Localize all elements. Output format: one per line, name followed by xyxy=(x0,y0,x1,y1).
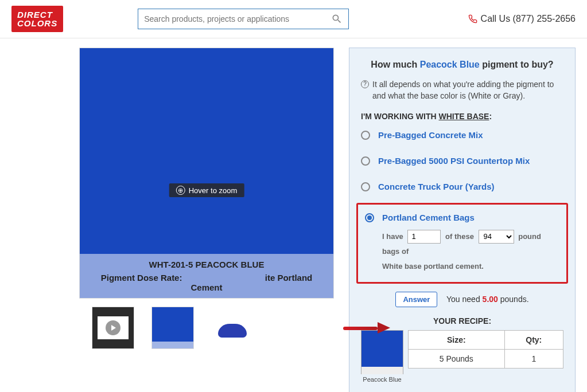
play-icon xyxy=(106,320,120,335)
hover-zoom-tooltip: ⊕ Hover to zoom xyxy=(169,183,244,197)
td-size: 5 Pounds xyxy=(409,350,505,369)
product-gallery: WHT-201-5 PEACOCK BLUE Pigment Dose Rate… xyxy=(11,48,334,392)
search-input[interactable] xyxy=(144,14,331,23)
arrow-icon xyxy=(343,322,390,334)
product-image[interactable]: WHT-201-5 PEACOCK BLUE Pigment Dose Rate… xyxy=(79,48,334,299)
option-label: Portland Cement Bags xyxy=(382,213,475,222)
th-qty: Qty: xyxy=(504,331,563,350)
option-portland-highlighted: Portland Cement Bags I have of these 94 … xyxy=(356,203,568,284)
q-prefix: How much xyxy=(371,60,419,69)
working-prefix: I'M WORKING WITH xyxy=(361,112,439,121)
working-with: I'M WORKING WITH WHITE BASE: xyxy=(361,112,563,121)
hover-zoom-label: Hover to zoom xyxy=(189,186,238,195)
answer-button[interactable]: Answer xyxy=(395,292,437,307)
q-color: Peacock Blue xyxy=(420,60,480,69)
bag-weight-select[interactable]: 94 xyxy=(479,230,514,244)
answer-unit: pounds. xyxy=(498,295,529,304)
thumbnail-swatch[interactable] xyxy=(151,307,194,349)
option-truck-pour[interactable]: Concrete Truck Pour (Yards) xyxy=(361,182,563,191)
working-base: WHITE BASE xyxy=(439,112,489,121)
search-icon[interactable] xyxy=(331,13,343,25)
bag-count-input[interactable] xyxy=(407,230,441,244)
search-box[interactable] xyxy=(138,9,349,29)
radio-icon xyxy=(361,131,370,140)
recipe-swatch-name: Peacock Blue xyxy=(361,376,403,383)
calculator-panel: How much Peacock Blue pigment to buy? ? … xyxy=(349,48,576,392)
q-suffix: pigment to buy? xyxy=(480,60,554,69)
thumbnails xyxy=(11,307,334,349)
td-qty: 1 xyxy=(504,350,563,369)
logo-line1: DIRECT xyxy=(17,10,57,19)
answer-row: Answer You need 5.00 pounds. xyxy=(361,292,563,307)
info-text: It all depends on what you're adding the… xyxy=(372,79,563,101)
option-prebagged-concrete[interactable]: Pre-Bagged Concrete Mix xyxy=(361,130,563,140)
main: WHT-201-5 PEACOCK BLUE Pigment Dose Rate… xyxy=(0,38,587,392)
option-label: Concrete Truck Pour (Yards) xyxy=(378,182,495,191)
th-size: Size: xyxy=(409,331,505,350)
recipe-row: Peacock Blue Size:Qty: 5 Pounds1 xyxy=(361,330,563,383)
recipe-swatch-container: Peacock Blue xyxy=(361,330,403,383)
recipe-title: YOUR RECIPE: xyxy=(361,316,563,326)
panel-question: How much Peacock Blue pigment to buy? xyxy=(361,60,563,70)
radio-icon xyxy=(361,156,370,166)
recipe-table: Size:Qty: 5 Pounds1 xyxy=(408,330,563,369)
option-countertop-mix[interactable]: Pre-Bagged 5000 PSI Countertop Mix xyxy=(361,156,563,166)
header: DIRECT COLORS Call Us (877) 255-2656 xyxy=(0,0,587,38)
answer-prefix: You need xyxy=(446,295,483,304)
product-title: WHT-201-5 PEACOCK BLUE xyxy=(85,260,328,269)
product-dose-rate: Pigment Dose Rate: XXXXXXXXXXXXXXite Por… xyxy=(85,273,328,292)
product-caption: WHT-201-5 PEACOCK BLUE Pigment Dose Rate… xyxy=(80,254,333,298)
answer-amount: 5.00 xyxy=(483,295,498,304)
recipe-swatch[interactable] xyxy=(361,330,403,374)
working-suffix: : xyxy=(489,112,492,121)
option-portland-cement[interactable]: Portland Cement Bags xyxy=(365,213,559,222)
radio-icon xyxy=(365,213,374,222)
call-us[interactable]: Call Us (877) 255-2656 xyxy=(468,14,576,24)
phone-icon xyxy=(468,14,477,23)
logo-line2: COLORS xyxy=(17,19,57,28)
of-these-label: of these xyxy=(445,232,474,241)
dose-rate-prefix: Pigment Dose Rate: xyxy=(101,273,185,283)
zoom-icon: ⊕ xyxy=(176,186,185,195)
radio-icon xyxy=(361,182,370,191)
base-line-label: White base portland cement. xyxy=(382,262,484,271)
portland-details: I have of these 94 pound bags of White b… xyxy=(382,229,559,274)
info-icon: ? xyxy=(361,80,369,88)
option-label: Pre-Bagged 5000 PSI Countertop Mix xyxy=(378,156,530,166)
info-line: ? It all depends on what you're adding t… xyxy=(361,79,563,101)
option-label: Pre-Bagged Concrete Mix xyxy=(378,130,483,140)
logo[interactable]: DIRECT COLORS xyxy=(11,6,63,32)
call-us-label: Call Us (877) 255-2656 xyxy=(481,14,576,24)
thumbnail-pigment-pile[interactable] xyxy=(211,307,254,349)
thumbnail-video[interactable] xyxy=(92,307,134,349)
i-have-label: I have xyxy=(382,232,403,241)
